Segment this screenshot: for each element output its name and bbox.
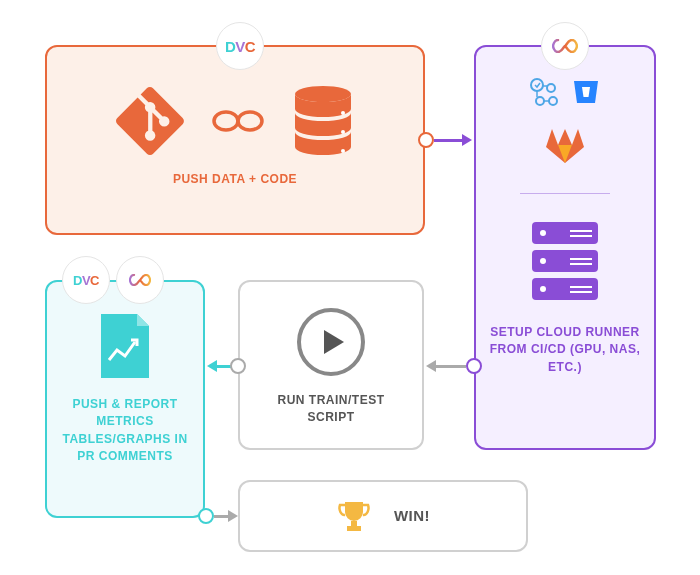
svg-point-2 xyxy=(295,86,351,102)
run-label: RUN TRAIN/TEST SCRIPT xyxy=(240,392,422,427)
svg-point-9 xyxy=(549,97,557,105)
infinity-icon xyxy=(552,39,578,53)
arrow-head-1 xyxy=(462,134,472,146)
svg-point-15 xyxy=(540,286,546,292)
dvc-badge: DVC xyxy=(216,22,264,70)
arrow-line-2 xyxy=(436,365,466,368)
svg-point-6 xyxy=(531,79,543,91)
svg-rect-21 xyxy=(570,291,592,293)
win-label: WIN! xyxy=(394,505,430,527)
run-script-card: RUN TRAIN/TEST SCRIPT xyxy=(238,280,424,450)
svg-point-13 xyxy=(540,230,546,236)
gitlab-icon xyxy=(544,125,586,165)
dvc-logo-text: DVC xyxy=(225,38,255,55)
svg-rect-17 xyxy=(570,235,592,237)
arrow-node-3 xyxy=(230,358,246,374)
svg-rect-20 xyxy=(570,286,592,288)
svg-rect-18 xyxy=(570,258,592,260)
push-label: PUSH DATA + CODE xyxy=(47,171,423,188)
github-actions-icon xyxy=(529,77,563,111)
infinity-icon-small xyxy=(129,274,151,286)
cml-badge xyxy=(541,22,589,70)
arrow-node-2 xyxy=(466,358,482,374)
bitbucket-icon xyxy=(571,77,601,107)
divider xyxy=(520,193,610,194)
database-icon xyxy=(292,85,354,157)
cml-badge-small xyxy=(116,256,164,304)
cloud-runner-card: SETUP CLOUD RUNNER FROM CI/CD (GPU, NAS,… xyxy=(474,45,656,450)
report-icon xyxy=(97,312,153,380)
svg-point-14 xyxy=(540,258,546,264)
dvc-badge-small: DVC xyxy=(62,256,110,304)
metrics-label: PUSH & REPORT METRICS TABLES/GRAPHS IN P… xyxy=(47,396,203,466)
server-icon xyxy=(530,220,600,302)
arrow-head-3 xyxy=(207,360,217,372)
play-icon xyxy=(295,306,367,378)
trophy-icon xyxy=(336,498,372,534)
svg-point-0 xyxy=(214,112,238,130)
arrow-node-1 xyxy=(418,132,434,148)
dvc-logo-text-small: DVC xyxy=(73,273,99,288)
svg-point-4 xyxy=(341,130,345,134)
svg-rect-19 xyxy=(570,263,592,265)
svg-point-5 xyxy=(341,149,345,153)
arrow-head-2 xyxy=(426,360,436,372)
svg-rect-16 xyxy=(570,230,592,232)
svg-point-3 xyxy=(341,111,345,115)
metrics-card: PUSH & REPORT METRICS TABLES/GRAPHS IN P… xyxy=(45,280,205,518)
link-icon xyxy=(212,108,264,134)
arrow-node-4 xyxy=(198,508,214,524)
arrow-line-3 xyxy=(217,365,231,368)
svg-point-7 xyxy=(547,84,555,92)
svg-point-8 xyxy=(536,97,544,105)
push-data-code-card: PUSH DATA + CODE xyxy=(45,45,425,235)
svg-point-1 xyxy=(238,112,262,130)
arrow-head-4 xyxy=(228,510,238,522)
arrow-line-1 xyxy=(434,139,464,142)
runner-label: SETUP CLOUD RUNNER FROM CI/CD (GPU, NAS,… xyxy=(476,324,654,376)
git-icon xyxy=(116,87,184,155)
win-card: WIN! xyxy=(238,480,528,552)
